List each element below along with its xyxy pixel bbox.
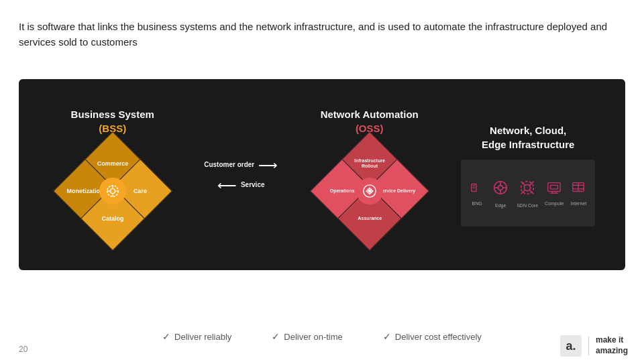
- footer-checkmarks: ✓ Deliver reliably ✓ Deliver on-time ✓ D…: [0, 331, 644, 342]
- bss-section: Business System (BSS) Commerce Care Mone…: [49, 109, 176, 241]
- main-diagram: Business System (BSS) Commerce Care Mone…: [19, 79, 625, 270]
- svg-point-0: [110, 188, 115, 193]
- internet-icon-group: Internet: [570, 180, 586, 206]
- compute-label: Compute: [545, 201, 564, 206]
- bss-commerce-label: Commerce: [94, 160, 131, 167]
- sdn-icon: [518, 178, 537, 200]
- bss-care-label: Care: [121, 187, 158, 194]
- left-arrow-icon: ⟵: [217, 178, 237, 192]
- oss-assurance-label: Assurance: [351, 215, 388, 221]
- logo-area: a. make it amazing: [560, 335, 628, 357]
- sdn-label: SDN Core: [517, 203, 538, 208]
- logo-line2: amazing: [596, 346, 628, 357]
- right-arrow-icon: ⟶: [258, 158, 278, 172]
- oss-diamond: Infrastructure Rollout Service Delivery …: [319, 141, 420, 241]
- logo-separator: [588, 337, 589, 355]
- bss-center-icon: [99, 178, 126, 204]
- check-label-2: Deliver on-time: [284, 332, 342, 342]
- svg-line-19: [521, 181, 525, 185]
- checkmark-icon-3: ✓: [383, 331, 391, 342]
- page-number: 20: [19, 345, 28, 354]
- bss-diamond: Commerce Care Monetization Catalog: [62, 141, 163, 241]
- customer-order-label: Customer order: [204, 161, 254, 168]
- svg-rect-27: [551, 185, 558, 189]
- sdn-icon-group: SDN Core: [517, 178, 538, 208]
- logo-text: make it amazing: [596, 335, 628, 356]
- check-item-1: ✓ Deliver reliably: [162, 331, 231, 342]
- oss-center-icon: [356, 178, 383, 204]
- service-label: Service: [241, 181, 265, 188]
- network-diagram: BNG Edge: [461, 160, 595, 227]
- bng-label: BNG: [472, 201, 482, 206]
- compute-icon-group: Compute: [545, 180, 564, 206]
- check-item-2: ✓ Deliver on-time: [272, 331, 342, 342]
- bss-catalog-label: Catalog: [94, 215, 131, 222]
- arrows-section: Customer order ⟶ ⟵ Service: [204, 158, 278, 192]
- forward-arrow-row: Customer order ⟶: [204, 158, 278, 172]
- bng-icon: [470, 180, 484, 198]
- internet-icon: [571, 180, 586, 198]
- check-label-1: Deliver reliably: [174, 332, 231, 342]
- oss-service-label: Service Delivery: [378, 188, 415, 193]
- bng-icon-group: BNG: [470, 180, 484, 206]
- svg-line-22: [530, 190, 534, 194]
- edge-label: Edge: [495, 203, 506, 208]
- compute-icon: [547, 180, 561, 198]
- svg-point-18: [524, 184, 530, 190]
- checkmark-icon-2: ✓: [272, 331, 280, 342]
- backward-arrow-row: ⟵ Service: [217, 178, 265, 192]
- edge-icon: [491, 178, 510, 200]
- oss-operations-label: Operations: [323, 188, 360, 193]
- network-section: Network, Cloud, Edge Infrastructure BNG: [461, 123, 595, 227]
- oss-title: Network Automation: [321, 109, 419, 120]
- header-description: It is software that links the business s…: [19, 19, 625, 50]
- checkmark-icon-1: ✓: [162, 331, 170, 342]
- svg-rect-23: [548, 182, 560, 191]
- oss-section: Network Automation (OSS) Infrastructure …: [306, 109, 433, 241]
- bss-title: Business System: [71, 109, 154, 120]
- svg-point-12: [498, 185, 503, 190]
- svg-point-7: [368, 190, 371, 192]
- check-label-3: Deliver cost effectively: [395, 332, 482, 342]
- logo-icon: a.: [560, 335, 582, 357]
- oss-infra-label: Infrastructure Rollout: [351, 158, 388, 169]
- logo-line1: make it: [596, 335, 628, 346]
- edge-icon-group: Edge: [491, 178, 510, 208]
- check-item-3: ✓ Deliver cost effectively: [383, 331, 482, 342]
- internet-label: Internet: [570, 201, 586, 206]
- network-title: Network, Cloud, Edge Infrastructure: [482, 123, 574, 152]
- bss-monetization-label: Monetization: [66, 187, 103, 194]
